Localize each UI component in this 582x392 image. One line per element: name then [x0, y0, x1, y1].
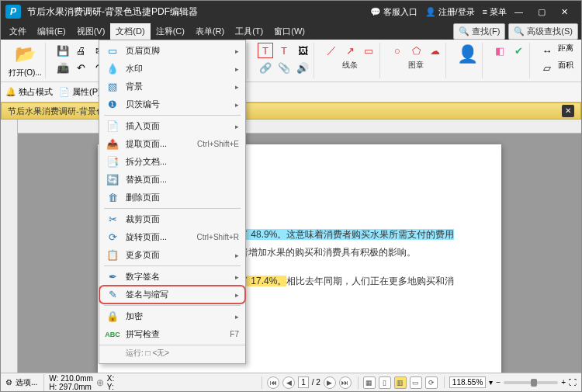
print-icon[interactable]: 🖨 — [74, 43, 89, 58]
cloud-icon[interactable]: ☁ — [427, 43, 442, 58]
document-tab[interactable]: 节后水果消费调研-背景色 — [8, 106, 105, 117]
attach-icon[interactable]: 📎 — [276, 60, 292, 75]
main-menu-button[interactable]: ≡ 菜单 — [483, 6, 507, 18]
titlebar: P 节后水果消费调研-背景色迅捷PDF编辑器 💬 客服入口 👤 注册/登录 ≡ … — [1, 1, 581, 23]
dmi-digital-sign[interactable]: ✒数字签名▸ — [99, 268, 245, 286]
dmi-spellcheck[interactable]: ABC拼写检查F7 — [99, 325, 245, 343]
status-dimensions: W: 210.0mmH: 297.0mm ⊕ X:Y: — [43, 374, 114, 391]
last-page-button[interactable]: ⏭ — [339, 376, 352, 389]
view-single-icon[interactable]: ▯ — [379, 376, 391, 389]
bates-icon: ❶ — [106, 98, 120, 112]
dmi-crop-pages[interactable]: ✂裁剪页面 — [99, 210, 245, 228]
dmi-encrypt[interactable]: 🔒加密▸ — [99, 307, 245, 325]
more-pages-icon: 📋 — [106, 248, 120, 262]
background-icon: ▧ — [106, 80, 120, 94]
polygon-icon[interactable]: ⬠ — [408, 43, 424, 58]
open-folder-icon[interactable]: 📂 — [13, 43, 36, 66]
person-icon[interactable]: 👤 — [456, 43, 479, 66]
dmi-sign-initials[interactable]: ✎签名与缩写▸ — [99, 286, 245, 304]
document-dropdown: ▭页眉页脚▸ 💧水印▸ ▧背景▸ ❶贝茨编号▸ 📄插入页面▸ 📤提取页面...C… — [99, 40, 246, 364]
arrow-icon[interactable]: ↗ — [342, 43, 358, 58]
menu-window[interactable]: 窗口(W) — [268, 23, 310, 40]
next-page-button[interactable]: ▶ — [324, 376, 336, 389]
image-icon[interactable]: 🖼 — [295, 43, 310, 58]
separator — [104, 115, 241, 116]
textbox-icon[interactable]: T — [258, 43, 273, 58]
ribbon-shape-group: ○ ⬠ ☁ 图章 — [386, 43, 446, 78]
open-label[interactable]: 打开(O)... — [9, 68, 42, 78]
view-continuous-icon[interactable]: ▥ — [394, 376, 407, 389]
circle-icon[interactable]: ○ — [390, 43, 405, 58]
view-facing-icon[interactable]: ▭ — [410, 376, 422, 389]
dmi-background[interactable]: ▧背景▸ — [99, 78, 245, 95]
link-icon[interactable]: 🔗 — [258, 60, 273, 75]
zoom-slider[interactable] — [504, 381, 558, 384]
eraser-icon[interactable]: ◧ — [492, 43, 508, 58]
dmi-rotate-pages[interactable]: ⟳旋转页面...Ctrl+Shift+R — [99, 228, 245, 246]
dmi-extract-pages[interactable]: 📤提取页面...Ctrl+Shift+E — [99, 135, 245, 153]
dmi-header-footer[interactable]: ▭页眉页脚▸ — [99, 42, 245, 60]
page-current[interactable]: 1 — [298, 376, 309, 388]
dmi-delete-pages[interactable]: 🗑删除页面 — [99, 189, 245, 206]
view-thumb-icon[interactable]: ▦ — [363, 376, 376, 389]
menu-edit[interactable]: 编辑(E) — [32, 23, 71, 40]
split-icon: 📑 — [106, 155, 120, 169]
fit-width-button[interactable]: ⛶ — [569, 378, 577, 387]
line-icon[interactable]: ／ — [324, 43, 339, 58]
check-icon[interactable]: ✔ — [511, 43, 526, 58]
dmi-bates[interactable]: ❶贝茨编号▸ — [99, 95, 245, 113]
view-rotate-icon[interactable]: ⟳ — [425, 376, 438, 389]
maximize-button[interactable]: ▢ — [538, 7, 553, 17]
customer-service-link[interactable]: 💬 客服入口 — [370, 6, 417, 18]
page-total: / 2 — [312, 378, 320, 387]
first-page-button[interactable]: ⏮ — [267, 376, 279, 389]
menu-view[interactable]: 视图(V) — [71, 23, 111, 40]
exclusive-mode-button[interactable]: 🔔独占模式 — [5, 86, 53, 98]
find-button[interactable]: 🔍 查找(F) — [453, 23, 505, 40]
work-area: 占研 Pxxxxxxxxxxxurvey 水果价格在同比下落了 48.9%。这意… — [1, 120, 581, 373]
menu-comment[interactable]: 注释(C) — [151, 23, 190, 40]
dmi-split-doc[interactable]: 📑拆分文档... — [99, 153, 245, 171]
login-link[interactable]: 👤 注册/登录 — [425, 6, 475, 18]
rect-icon[interactable]: ▭ — [361, 43, 376, 58]
document-tab-strip: 节后水果消费调研-背景色 ✕ — [1, 102, 581, 120]
encrypt-icon: 🔒 — [106, 310, 120, 324]
text-icon[interactable]: T — [276, 43, 292, 58]
menu-document[interactable]: 文档(D) — [110, 23, 150, 40]
menu-tools[interactable]: 工具(T) — [230, 23, 268, 40]
rotate-icon: ⟳ — [106, 231, 120, 245]
dmi-replace-pages[interactable]: 🔄替换页面... — [99, 171, 245, 189]
sound-icon[interactable]: 🔊 — [295, 60, 310, 75]
dropdown-run-line: 运行: □ <无> — [99, 345, 245, 362]
dmi-more-pages[interactable]: 📋更多页面▸ — [99, 246, 245, 264]
status-zoom: 118.55%▾ − + ⛶ — [444, 376, 577, 388]
spell-icon: ABC — [106, 328, 120, 342]
status-bar: ⚙选项... W: 210.0mmH: 297.0mm ⊕ X:Y: ⏮ ◀ 1… — [1, 373, 581, 391]
stamp-label: 图章 — [408, 60, 424, 71]
zoom-out-button[interactable]: − — [496, 378, 501, 387]
ribbon-person-group: 👤 — [452, 43, 483, 78]
save-icon[interactable]: 💾 — [55, 43, 71, 58]
gear-icon: ⚙ — [5, 378, 12, 387]
undo-icon[interactable]: ↶ — [74, 60, 89, 75]
zoom-value[interactable]: 118.55% — [449, 376, 486, 388]
zoom-in-button[interactable]: + — [561, 378, 566, 387]
scan-icon[interactable]: 📠 — [55, 60, 71, 75]
distance-icon[interactable]: ↔ — [539, 43, 555, 58]
prev-page-button[interactable]: ◀ — [282, 376, 295, 389]
insert-page-icon: 📄 — [106, 120, 120, 134]
app-window: P 节后水果消费调研-背景色迅捷PDF编辑器 💬 客服入口 👤 注册/登录 ≡ … — [0, 0, 582, 392]
dmi-insert-pages[interactable]: 📄插入页面▸ — [99, 117, 245, 135]
menu-file[interactable]: 文件 — [4, 23, 32, 40]
status-options[interactable]: ⚙选项... — [5, 377, 37, 388]
advanced-find-button[interactable]: 🔍 高级查找(S) — [508, 23, 578, 40]
replace-icon: 🔄 — [106, 173, 120, 187]
area-icon[interactable]: ▱ — [539, 60, 555, 75]
dmi-watermark[interactable]: 💧水印▸ — [99, 60, 245, 78]
close-button[interactable]: ✕ — [561, 7, 577, 17]
line-label: 线条 — [342, 60, 358, 71]
minimize-button[interactable]: — — [514, 7, 530, 16]
document-tab-close[interactable]: ✕ — [562, 105, 574, 117]
menu-form[interactable]: 表单(R) — [190, 23, 230, 40]
extract-page-icon: 📤 — [106, 137, 120, 151]
